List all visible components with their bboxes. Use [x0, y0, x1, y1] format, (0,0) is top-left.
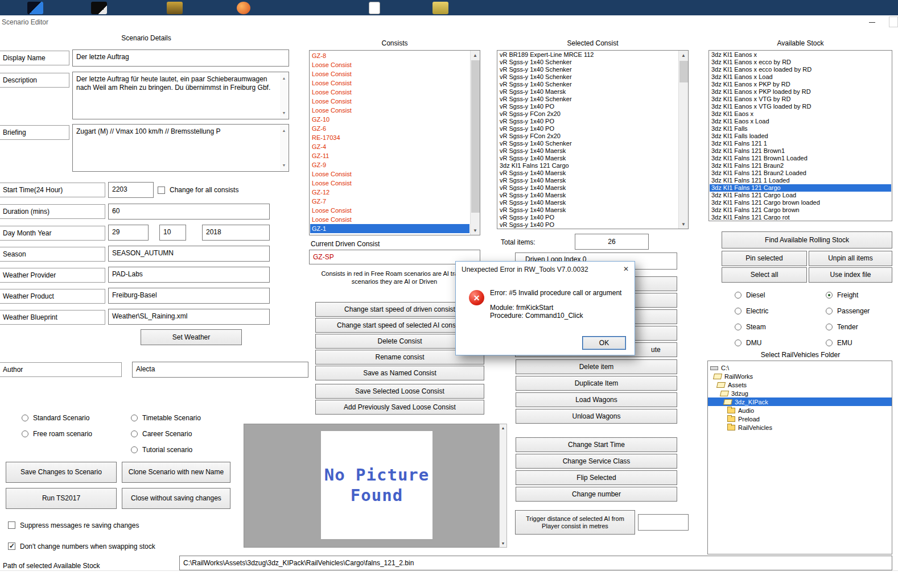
consist-list-item[interactable]: RE-17034	[310, 133, 469, 142]
scroll-down-icon[interactable]: ▼	[679, 220, 688, 229]
folder-tree[interactable]: C:\ RailWorks Assets 3dzug 3dz_KIPack	[707, 361, 892, 554]
flip-selected-button[interactable]: Flip Selected	[516, 470, 677, 485]
selected-consist-item[interactable]: vR Sgss-y 1x40 Schenker	[498, 73, 678, 81]
stock-list-item[interactable]: 3dz KI1 Eanos x Load	[710, 73, 891, 81]
stock-list-item[interactable]: 3dz KI1 Falns 121 Cargo	[710, 184, 891, 192]
stock-list-item[interactable]: 3dz KI1 Eaos x	[710, 110, 891, 118]
consist-list-item[interactable]: GZ-10	[310, 115, 469, 124]
stock-list-item[interactable]: 3dz KI1 Eanos x	[710, 51, 891, 59]
stock-list-item[interactable]: 3dz KI1 Falns 121 Braun2 Loaded	[710, 169, 891, 177]
stock-list-item[interactable]: 3dz KI1 Falns 121 Cargo Load	[710, 192, 891, 199]
change-service-class-button[interactable]: Change Service Class	[516, 454, 677, 469]
selected-consist-item[interactable]: vR Sgss-y 1x40 Maersk	[498, 155, 678, 162]
stock-type-radio[interactable]: Freight	[826, 287, 870, 303]
stock-list-item[interactable]: 3dz KI1 Eaos x Load	[710, 118, 891, 125]
consist-list-item[interactable]: Loose Consist	[310, 69, 469, 78]
current-driven-consist-value[interactable]: GZ-SP	[309, 250, 480, 264]
scroll-down-icon[interactable]: ▼	[280, 161, 288, 169]
selected-consist-item[interactable]: vR Sgss-y 1x40 PO	[498, 221, 678, 228]
consist-list-item[interactable]: GZ-12	[310, 188, 469, 197]
clone-scenario-button[interactable]: Clone Scenario with new Name	[122, 462, 230, 483]
scrollbar-thumb[interactable]	[471, 60, 480, 213]
consist-list-item[interactable]: GZ-6	[310, 124, 469, 133]
scenario-type-radio[interactable]: Timetable Scenario	[131, 410, 201, 426]
save-changes-button[interactable]: Save Changes to Scenario	[6, 462, 117, 483]
document-app-icon[interactable]	[369, 2, 380, 14]
add-saved-loose-consist-button[interactable]: Add Previously Saved Loose Consist	[315, 400, 484, 415]
consist-list-item[interactable]: Loose Consist	[310, 179, 469, 188]
consist-list-item[interactable]: GZ-8	[310, 51, 469, 60]
weather-product-input[interactable]: Freiburg-Basel	[108, 288, 270, 304]
select-all-button[interactable]: Select all	[722, 267, 807, 283]
briefing-scrollbar[interactable]: ▲ ▼	[280, 125, 288, 171]
scenario-type-radio[interactable]: Career Scenario	[131, 426, 201, 442]
scrollbar-thumb[interactable]	[679, 61, 688, 82]
yellow-app-icon[interactable]	[167, 2, 183, 14]
consist-list-item[interactable]: GZ-1	[310, 224, 469, 233]
save-loose-consist-button[interactable]: Save Selected Loose Consist	[315, 384, 484, 399]
duration-input[interactable]: 60	[108, 204, 270, 220]
stock-list-item[interactable]: 3dz KI1 Falns 121 1	[710, 140, 891, 147]
consist-list-item[interactable]: Loose Consist	[310, 97, 469, 106]
consist-list-item[interactable]: Loose Consist	[310, 88, 469, 97]
trigger-distance-input[interactable]	[638, 514, 689, 531]
scenario-checkbox[interactable]: Suppress messages re saving changes	[8, 515, 155, 536]
path-value[interactable]: C:\RailWorks\Assets\3dzug\3dz_KIPack\Rai…	[179, 556, 892, 570]
dark-app-icon[interactable]	[91, 2, 107, 14]
briefing-input[interactable]: Zugart (M) // Vmax 100 km/h // Bremsstel…	[72, 124, 289, 172]
selected-consist-item[interactable]: vR Sgss-y 1x40 PO	[498, 125, 678, 132]
month-input[interactable]: 10	[159, 225, 186, 241]
folder-tree-item[interactable]: RailVehicles	[708, 423, 892, 432]
scroll-down-icon[interactable]: ▼	[471, 226, 480, 235]
weather-provider-input[interactable]: PAD-Labs	[108, 267, 270, 283]
stock-list-item[interactable]: 3dz KI1 Eanos x PKP loaded by RD	[710, 88, 891, 96]
stock-list-item[interactable]: 3dz KI1 Eanos x ecco loaded by RD	[710, 66, 891, 73]
scroll-up-icon[interactable]: ▲	[280, 74, 288, 82]
description-input[interactable]: Der letzte Auftrag für heute lautet, ein…	[72, 72, 289, 119]
stock-type-radio[interactable]: Passenger	[826, 303, 870, 319]
start-time-input[interactable]: 2203	[108, 182, 154, 198]
scroll-up-icon[interactable]: ▲	[280, 126, 288, 135]
stock-type-radio[interactable]: Steam	[735, 319, 768, 335]
use-index-file-button[interactable]: Use index file	[809, 267, 892, 283]
stock-list-item[interactable]: 3dz KI1 Falns 121 Cargo rot	[710, 214, 891, 220]
trigger-distance-button[interactable]: Trigger distance of selected AI from Pla…	[515, 510, 635, 535]
save-named-consist-button[interactable]: Save as Named Consist	[315, 366, 484, 380]
consist-list-item[interactable]: GZ-4	[310, 142, 469, 151]
selected-consist-item[interactable]: vR BR189 Expert-Line MRCE 112	[498, 51, 678, 59]
folder-tree-item[interactable]: Assets	[708, 380, 892, 389]
selected-consist-item[interactable]: vR Sgss-y 1x40 PO	[498, 214, 678, 221]
consist-list-item[interactable]: Loose Consist	[310, 169, 469, 179]
consist-list-item[interactable]: Loose Consist	[310, 206, 469, 215]
picture-scrollbar[interactable]: ▲ ▼	[499, 424, 507, 548]
consist-list-item[interactable]: Loose Consist	[310, 215, 469, 224]
folder-tree-item[interactable]: 3dz_KIPack	[708, 397, 892, 406]
delete-item-button[interactable]: Delete item	[516, 359, 677, 374]
load-wagons-button[interactable]: Load Wagons	[516, 392, 677, 407]
stock-list-item[interactable]: 3dz KI1 Eanos x ecco by RD	[710, 59, 891, 66]
day-input[interactable]: 29	[108, 225, 149, 241]
unpin-all-items-button[interactable]: Unpin all items	[809, 251, 892, 266]
orange-app-icon[interactable]	[237, 2, 250, 14]
stock-list-item[interactable]: 3dz KI1 Falns 121 Braun2	[710, 162, 891, 169]
scenario-checkbox[interactable]: Don't change numbers when swapping stock	[8, 536, 155, 557]
selected-consist-item[interactable]: vR Sgss-y 1x40 Maersk	[498, 206, 678, 214]
stock-list-item[interactable]: 3dz KI1 Eanos x PKP by RD	[710, 81, 891, 88]
consist-list-item[interactable]: GZ-7	[310, 197, 469, 206]
selected-consist-item[interactable]: vR Sgss-y 1x40 Schenker	[498, 140, 678, 147]
scroll-down-icon[interactable]: ▼	[280, 109, 288, 117]
find-rolling-stock-button[interactable]: Find Available Rolling Stock	[722, 231, 892, 249]
selected-consist-item[interactable]: vR Sgss-y 1x40 Maersk	[498, 199, 678, 206]
ok-button[interactable]: OK	[582, 336, 626, 350]
stock-type-radio[interactable]: DMU	[735, 335, 768, 351]
selected-consist-item[interactable]: vR Sgss-y FCon 2x20	[498, 110, 678, 118]
selected-consist-item[interactable]: 3dz KI1 Falns 121 Cargo	[498, 162, 678, 169]
consists-scrollbar[interactable]: ▲ ▼	[470, 51, 480, 235]
selected-consist-item[interactable]: vR Sgss-y 1x40 Maersk	[498, 192, 678, 199]
scenario-type-radio[interactable]: Tutorial scenario	[131, 442, 201, 458]
consist-list-item[interactable]: Loose Consist	[310, 78, 469, 88]
description-scrollbar[interactable]: ▲ ▼	[280, 73, 288, 118]
selected-consist-item[interactable]: vR Sgss-y 1x40 Maersk	[498, 184, 678, 192]
selected-consist-item[interactable]: vR Sgss-y 1x40 Schenker	[498, 96, 678, 103]
selected-consist-item[interactable]: vR Sgss-y 1x40 Schenker	[498, 59, 678, 66]
